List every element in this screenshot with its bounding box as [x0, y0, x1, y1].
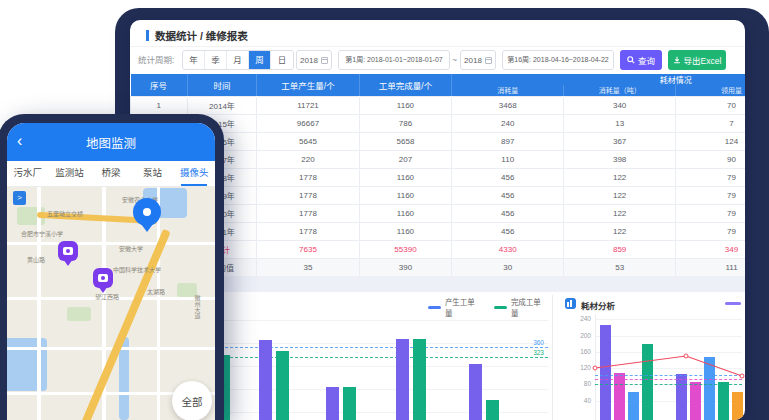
- chart-bar: [343, 387, 356, 420]
- y-axis-tick-label: 160: [565, 348, 591, 355]
- table-cell: 859: [564, 240, 676, 258]
- year-end-select[interactable]: 2018: [460, 50, 496, 70]
- week-end-input[interactable]: 第16周: 2018-04-16~2018-04-22: [502, 50, 614, 70]
- reference-line: [595, 384, 742, 385]
- table-header-cell: 工单完成量/个: [359, 74, 452, 96]
- phone-tab-泵站[interactable]: 泵站: [132, 161, 174, 186]
- table-cell: 90: [676, 150, 745, 168]
- table-cell: 2014年: [187, 96, 257, 114]
- table-cell: 1778: [257, 204, 359, 222]
- phone-tab-摄像头[interactable]: 摄像头: [173, 161, 215, 186]
- legend-item-generated[interactable]: 产生工单量: [428, 296, 482, 318]
- table-cell: 1778: [257, 186, 359, 204]
- table-cell: 456: [452, 222, 564, 240]
- filter-bar: 统计周期: 年季月周日 2018 第1周: 2018-01-01~2018-01…: [130, 50, 745, 70]
- phone-screen: ‹ 地图监测 污水厂监测站桥梁泵站摄像头: [7, 123, 215, 420]
- table-cell: 55390: [359, 240, 452, 258]
- table-cell: 1160: [359, 222, 452, 240]
- chart-bar: [276, 351, 289, 420]
- chart-bar: [396, 339, 409, 420]
- page: 数据统计 / 维修报表 统计周期: 年季月周日 2018 第1周: 2018-0…: [0, 0, 769, 420]
- chart-bar: [259, 340, 272, 420]
- expand-panel-button[interactable]: >: [13, 191, 26, 205]
- y-axis-tick-label: 240: [565, 315, 591, 322]
- phone-tab-监测站[interactable]: 监测站: [49, 161, 91, 186]
- table-cell: 398: [564, 150, 676, 168]
- chart-bar: [704, 357, 715, 420]
- year-start-select[interactable]: 2018: [296, 50, 332, 70]
- reference-line: [595, 375, 742, 376]
- table-cell: 13: [564, 114, 676, 132]
- table-cell: 110: [452, 150, 564, 168]
- show-all-button[interactable]: 全部: [172, 381, 212, 420]
- period-option[interactable]: 周: [249, 51, 271, 69]
- breadcrumb-accent-bar: [146, 30, 149, 41]
- table-cell: 4330: [452, 240, 564, 258]
- table-cell: 70: [676, 96, 745, 114]
- phone-tab-污水厂[interactable]: 污水厂: [7, 161, 49, 186]
- legend-label: 完成工单量: [511, 296, 548, 318]
- table-cell: 79: [676, 186, 745, 204]
- table-cell: 3468: [452, 96, 564, 114]
- table-cell: 5658: [359, 132, 452, 150]
- table-header-cell: 工单产生量/个: [257, 74, 359, 96]
- map-place-label: 太湖路: [147, 287, 165, 296]
- y-axis-tick-label: 120: [565, 364, 591, 371]
- table-cell: 240: [452, 114, 564, 132]
- camera-marker[interactable]: [58, 241, 78, 261]
- table-cell: 122: [564, 222, 676, 240]
- chart-gridline: [595, 336, 742, 337]
- table-cell: 35: [257, 258, 359, 276]
- legend-dash-icon: [494, 306, 507, 309]
- week-start-input[interactable]: 第1周: 2018-01-01~2018-01-07: [338, 50, 450, 70]
- table-subheader-cell: 领用量: [676, 85, 745, 96]
- export-button-label: 导出Excel: [684, 54, 722, 66]
- table-subheader-cell: 消耗量: [452, 85, 564, 96]
- table-group-header: 耗材情况: [452, 74, 745, 85]
- map-place-label: 中国科学技术大学: [113, 265, 161, 274]
- table-cell: 1778: [257, 168, 359, 186]
- period-option[interactable]: 日: [271, 51, 293, 69]
- table-cell: 1160: [359, 204, 452, 222]
- table-header-cell: 时间: [187, 74, 257, 96]
- chart-bar: [614, 373, 625, 420]
- camera-marker[interactable]: [93, 268, 113, 288]
- table-cell: 456: [452, 204, 564, 222]
- table-cell: 111: [676, 258, 745, 276]
- map-location-pin[interactable]: [133, 198, 161, 226]
- table-row: 12014年1172111603468340702506: [131, 96, 746, 114]
- header-divider: [130, 46, 745, 47]
- legend-item-completed[interactable]: 完成工单量: [494, 296, 548, 318]
- legend-dash-icon: [428, 306, 441, 309]
- table-cell: 7635: [257, 240, 359, 258]
- query-button[interactable]: 查询: [620, 50, 662, 70]
- phone-tab-桥梁[interactable]: 桥梁: [90, 161, 132, 186]
- table-cell: 79: [676, 168, 745, 186]
- chart-gridline: [595, 352, 742, 353]
- chart-bar: [732, 392, 743, 420]
- map-road: [157, 187, 160, 420]
- chart-gridline: [595, 319, 742, 320]
- table-cell: 349: [676, 240, 745, 258]
- camera-icon: [98, 274, 108, 282]
- period-option[interactable]: 季: [205, 51, 227, 69]
- table-cell: 456: [452, 186, 564, 204]
- table-cell: 124: [676, 132, 745, 150]
- table-cell: 456: [452, 168, 564, 186]
- calendar-icon: [321, 57, 328, 64]
- table-cell: 122: [564, 168, 676, 186]
- table-subheader-cell: 消耗量（吨）: [564, 85, 676, 96]
- period-option[interactable]: 月: [227, 51, 249, 69]
- reference-line: [595, 379, 742, 380]
- legend-dash-icon: [725, 302, 741, 305]
- chart-gridline: [595, 368, 742, 369]
- chart-bar: [413, 339, 426, 420]
- back-chevron-icon[interactable]: ‹: [17, 132, 22, 150]
- chart-bar: [676, 374, 687, 420]
- period-option[interactable]: 年: [183, 51, 205, 69]
- export-excel-button[interactable]: 导出Excel: [668, 50, 726, 70]
- table-cell: 1160: [359, 168, 452, 186]
- map-view: > 全部 五里墩立交桥合肥市宁溪小学安徽农业大学安徽大学中国科学技术大学黄山路望…: [7, 187, 215, 420]
- phone-mockup: ‹ 地图监测 污水厂监测站桥梁泵站摄像头: [0, 114, 224, 420]
- chart-bar: [600, 325, 611, 420]
